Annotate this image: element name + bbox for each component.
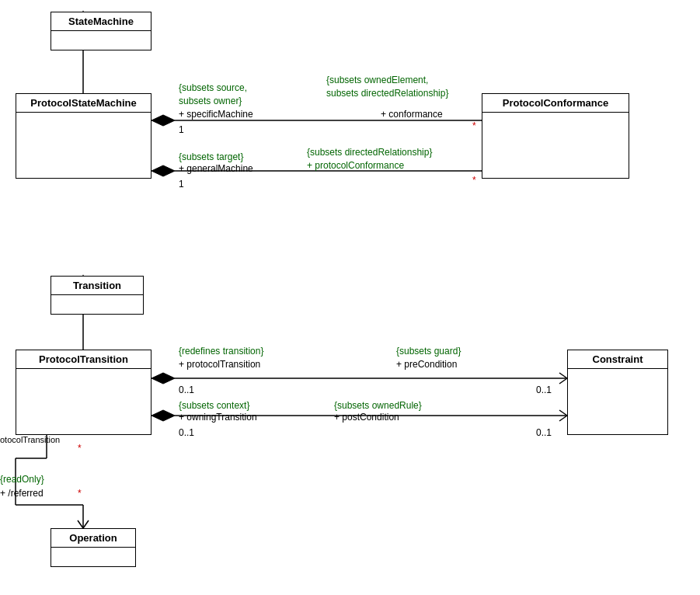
redefines-transition-label: {redefines transition} bbox=[179, 346, 263, 357]
subsets-owned-element-label: {subsets ownedElement,subsets directedRe… bbox=[326, 74, 448, 100]
star-referred: * bbox=[78, 488, 82, 499]
star-protocol-conformance: * bbox=[472, 175, 476, 186]
protocol-state-machine-body bbox=[16, 113, 151, 136]
operation-header: Operation bbox=[51, 529, 135, 548]
state-machine-header: StateMachine bbox=[51, 12, 151, 31]
protocol-conformance-body bbox=[482, 113, 629, 136]
svg-line-19 bbox=[559, 416, 567, 421]
state-machine-box: StateMachine bbox=[50, 12, 151, 50]
star-left-1: * bbox=[78, 443, 82, 454]
subsets-source-label: {subsets source,subsets owner} bbox=[179, 82, 247, 108]
mult-zero-one-4: 0..1 bbox=[536, 427, 552, 438]
constraint-body bbox=[568, 369, 667, 392]
transition-header: Transition bbox=[51, 277, 143, 295]
protocol-transition-header: ProtocolTransition bbox=[16, 350, 151, 369]
subsets-owned-rule-label: {subsets ownedRule} bbox=[334, 400, 422, 411]
mult-one-1: 1 bbox=[179, 124, 184, 135]
protocol-transition-assoc-label: + protocolTransition bbox=[179, 359, 260, 370]
referred-label: + /referred bbox=[0, 488, 44, 499]
subsets-target-label: {subsets target} bbox=[179, 151, 243, 162]
transition-box: Transition bbox=[50, 276, 144, 315]
protocol-transition-box: ProtocolTransition bbox=[16, 350, 151, 435]
star-conformance: * bbox=[472, 120, 476, 131]
mult-zero-one-3: 0..1 bbox=[179, 427, 194, 438]
diagram-container: StateMachine ProtocolStateMachine Protoc… bbox=[0, 0, 700, 595]
post-condition-label: + postCondition bbox=[334, 412, 399, 423]
svg-marker-12 bbox=[151, 373, 175, 384]
specific-machine-label: + specificMachine bbox=[179, 109, 253, 120]
subsets-guard-label: {subsets guard} bbox=[396, 346, 461, 357]
general-machine-label: + generalMachine bbox=[179, 163, 253, 174]
mult-zero-one-1: 0..1 bbox=[179, 384, 194, 395]
protocol-transition-body bbox=[16, 369, 151, 392]
svg-marker-16 bbox=[151, 410, 175, 421]
protocol-conformance-box: ProtocolConformance bbox=[482, 93, 629, 179]
conformance-label: + conformance bbox=[381, 109, 443, 120]
subsets-context-label: {subsets context} bbox=[179, 400, 249, 411]
svg-line-26 bbox=[83, 520, 89, 528]
operation-box: Operation bbox=[50, 528, 136, 567]
pre-condition-label: + preCondition bbox=[396, 359, 457, 370]
owning-transition-label: + owningTransition bbox=[179, 412, 257, 423]
svg-line-25 bbox=[78, 520, 83, 528]
protocol-state-machine-box: ProtocolStateMachine bbox=[16, 93, 151, 179]
protocol-conformance-header: ProtocolConformance bbox=[482, 94, 629, 113]
svg-line-15 bbox=[559, 378, 567, 384]
svg-marker-6 bbox=[151, 165, 175, 176]
mult-zero-one-2: 0..1 bbox=[536, 384, 552, 395]
read-only-label: {readOnly} bbox=[0, 474, 44, 485]
subsets-directed-label: {subsets directedRelationship}+ protocol… bbox=[307, 146, 432, 172]
constraint-header: Constraint bbox=[568, 350, 667, 369]
mult-one-2: 1 bbox=[179, 179, 184, 190]
svg-marker-2 bbox=[151, 115, 175, 126]
protocol-state-machine-header: ProtocolStateMachine bbox=[16, 94, 151, 113]
ptransition-left-label: otocolTransition bbox=[0, 435, 60, 444]
svg-line-14 bbox=[559, 373, 567, 378]
svg-line-18 bbox=[559, 410, 567, 416]
constraint-box: Constraint bbox=[567, 350, 668, 435]
